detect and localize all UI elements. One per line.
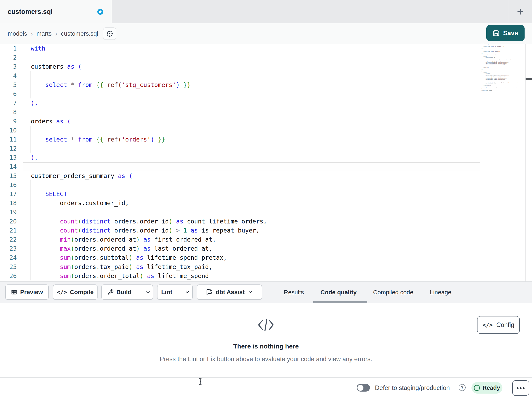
tab-bar: customers.sql + xyxy=(0,0,532,23)
line-number[interactable]: 4 xyxy=(0,71,23,80)
line-number[interactable]: 23 xyxy=(0,244,23,253)
line-number[interactable]: 14 xyxy=(0,162,23,171)
code-line[interactable]: min(orders.ordered_at) as first_ordered_… xyxy=(23,235,480,244)
breadcrumb-separator: › xyxy=(55,30,57,38)
line-number[interactable]: 19 xyxy=(0,208,23,217)
line-number[interactable]: 26 xyxy=(0,271,23,281)
tab-lineage[interactable]: Lineage xyxy=(430,289,451,296)
line-number-gutter[interactable]: 1234567891011121314151617181920212223242… xyxy=(0,44,23,281)
button-divider xyxy=(179,285,179,299)
table-icon xyxy=(11,289,17,295)
code-line[interactable]: select * from {{ ref('orders') }} xyxy=(23,135,480,144)
chevron-down-icon xyxy=(248,289,253,295)
compile-button[interactable]: </> Compile xyxy=(53,284,98,300)
config-button[interactable]: </> Config xyxy=(477,316,520,334)
text-cursor-pointer xyxy=(198,378,203,385)
line-number[interactable]: 6 xyxy=(0,89,23,98)
code-line[interactable]: sum(orders.subtotal) as lifetime_spend_p… xyxy=(23,253,480,262)
code-line[interactable]: ), xyxy=(23,153,480,162)
navigate-compass-button[interactable] xyxy=(103,27,116,40)
tab-compiled-code[interactable]: Compiled code xyxy=(373,289,413,296)
empty-state-title: There is nothing here xyxy=(0,343,532,350)
line-number[interactable]: 20 xyxy=(0,217,23,226)
code-line[interactable] xyxy=(23,180,480,189)
breadcrumb-item-marts[interactable]: marts xyxy=(36,30,51,37)
code-editor[interactable]: 1234567891011121314151617181920212223242… xyxy=(0,44,532,281)
tab-results[interactable]: Results xyxy=(284,289,304,296)
tab-code-quality[interactable]: Code quality xyxy=(320,289,357,296)
code-line[interactable] xyxy=(23,53,480,62)
line-number[interactable]: 2 xyxy=(0,53,23,62)
code-line[interactable]: sum(orders.tax_paid) as lifetime_tax_pai… xyxy=(23,262,480,271)
new-tab-button[interactable]: + xyxy=(514,4,527,19)
defer-toggle[interactable] xyxy=(357,384,370,391)
code-line[interactable]: customer_orders_summary as ( xyxy=(23,171,480,180)
build-dropdown-button[interactable] xyxy=(143,285,153,299)
code-line[interactable]: orders as ( xyxy=(23,117,480,126)
file-tab-customers-sql[interactable]: customers.sql xyxy=(0,0,112,23)
dbt-assist-button[interactable]: dbt Assist xyxy=(197,284,262,300)
code-line[interactable] xyxy=(23,208,480,217)
code-quality-panel: There is nothing here Press the Lint or … xyxy=(0,303,532,377)
code-line[interactable]: customers as ( xyxy=(23,62,480,71)
line-number[interactable]: 25 xyxy=(0,262,23,271)
preview-button[interactable]: Preview xyxy=(5,284,49,300)
code-line[interactable]: select * from {{ ref('stg_customers') }} xyxy=(23,80,480,89)
line-number[interactable]: 1 xyxy=(0,44,23,53)
panel-tab-strip: Results Code quality Compiled code Linea… xyxy=(284,282,451,303)
compile-label: Compile xyxy=(70,289,94,295)
defer-label: Defer to staging/production xyxy=(375,378,450,398)
code-line[interactable]: sum(orders.order_total) as lifetime_spen… xyxy=(23,271,480,281)
lint-dropdown-button[interactable] xyxy=(182,285,192,299)
line-number[interactable]: 13 xyxy=(0,153,23,162)
minimap-code: with customers as ( select * from {{ ref… xyxy=(481,43,500,91)
code-line[interactable] xyxy=(23,107,480,117)
code-line[interactable]: orders.customer_id, xyxy=(23,198,480,208)
code-line[interactable]: count(distinct orders.order_id) as count… xyxy=(23,217,480,226)
line-number[interactable]: 24 xyxy=(0,253,23,262)
dot-icon xyxy=(520,387,522,389)
code-line[interactable] xyxy=(23,126,480,135)
line-number[interactable]: 5 xyxy=(0,80,23,89)
code-line[interactable]: max(orders.ordered_at) as last_ordered_a… xyxy=(23,244,480,253)
code-line[interactable] xyxy=(23,71,480,80)
line-number[interactable]: 21 xyxy=(0,226,23,235)
line-number[interactable]: 8 xyxy=(0,107,23,117)
build-button[interactable]: Build xyxy=(102,285,137,299)
breadcrumb: models › marts › customers.sql xyxy=(0,23,532,44)
line-number[interactable]: 22 xyxy=(0,235,23,244)
code-line[interactable]: ), xyxy=(23,98,480,107)
preview-label: Preview xyxy=(20,289,43,295)
code-line[interactable]: with xyxy=(23,44,480,53)
scrollbar-thumb[interactable] xyxy=(526,78,532,80)
code-icon: </> xyxy=(482,322,493,328)
breadcrumb-item-customers-sql[interactable]: customers.sql xyxy=(61,30,98,37)
bottom-toolbar: Preview </> Compile Build Lint xyxy=(0,281,532,303)
line-number[interactable]: 15 xyxy=(0,171,23,180)
more-options-button[interactable] xyxy=(512,380,529,396)
line-number[interactable]: 9 xyxy=(0,117,23,126)
save-button[interactable]: Save xyxy=(486,25,525,41)
config-label: Config xyxy=(496,321,514,329)
code-line[interactable] xyxy=(23,89,480,98)
line-number[interactable]: 11 xyxy=(0,135,23,144)
code-line[interactable]: SELECT xyxy=(23,189,480,198)
line-number[interactable]: 10 xyxy=(0,126,23,135)
line-number[interactable]: 3 xyxy=(0,62,23,71)
line-number[interactable]: 16 xyxy=(0,180,23,189)
code-content[interactable]: withcustomers as ( select * from {{ ref(… xyxy=(23,44,480,281)
minimap[interactable]: with customers as ( select * from {{ ref… xyxy=(481,43,525,92)
unsaved-changes-indicator-icon xyxy=(97,9,103,15)
lint-button[interactable]: Lint xyxy=(158,285,176,299)
code-line[interactable] xyxy=(23,144,480,153)
code-line[interactable]: count(distinct orders.order_id) > 1 as i… xyxy=(23,226,480,235)
active-tab-underline xyxy=(313,301,367,303)
chevron-down-icon xyxy=(185,289,190,295)
code-line[interactable] xyxy=(23,162,480,171)
line-number[interactable]: 12 xyxy=(0,144,23,153)
breadcrumb-item-models[interactable]: models xyxy=(8,30,27,37)
line-number[interactable]: 17 xyxy=(0,189,23,198)
help-icon[interactable]: ? xyxy=(459,384,466,391)
line-number[interactable]: 7 xyxy=(0,98,23,107)
line-number[interactable]: 18 xyxy=(0,198,23,208)
